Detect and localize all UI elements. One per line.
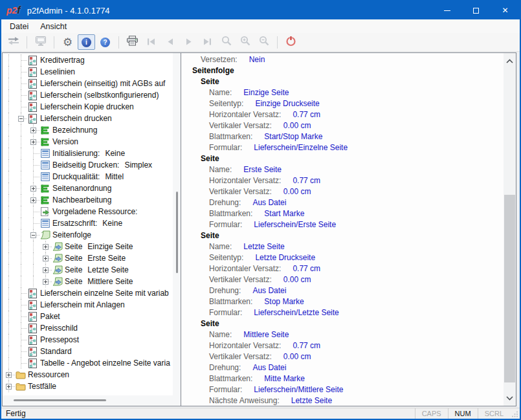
tree-guide-line [3,229,15,241]
maximize-button[interactable] [461,1,491,19]
expand-plus-icon[interactable] [6,372,12,378]
detail-section-header: Seite [181,153,504,164]
scroll-up-button[interactable] [504,55,516,67]
expand-plus-icon[interactable] [43,256,49,261]
details-scrollbar[interactable] [504,53,516,406]
tree-item[interactable]: Lieferschein einzelne Seite mit variab [3,287,173,299]
tree-item[interactable]: Druckqualität:Mittel [3,171,173,182]
tree-connector [39,241,52,252]
detail-property-label: Vertikaler Versatz: [209,187,272,196]
tree-connector [15,287,27,299]
tree-guide-line [15,171,27,182]
tree-item[interactable]: Lieferschein mit Anlagen [3,299,173,311]
tree-item[interactable]: Seitenfolge [3,229,173,241]
tree-item[interactable]: Initialisierung:Keine [3,148,173,159]
tree-item[interactable]: SeiteLetzte Seite [3,264,173,276]
settings-button[interactable]: ⚙ [59,34,76,50]
detail-property-value: Nein [249,55,265,64]
collapse-minus-icon[interactable] [18,116,24,122]
menu-datei[interactable]: Datei [4,21,34,32]
detail-property-value: Letzte Seite [291,396,332,405]
expand-plus-icon[interactable] [6,384,12,390]
detail-property-label: Horizontaler Versatz: [209,176,281,185]
tree-guide-line [3,194,15,206]
tree-connector [39,252,52,264]
zoom-button [217,34,235,50]
toolbar-separator [54,36,54,49]
tree-item[interactable]: Ressourcen [3,369,173,381]
tree-connector [27,217,39,229]
tree-guide-line [15,159,27,171]
tree-item[interactable]: Testfälle [3,381,173,392]
expand-plus-icon[interactable] [30,139,36,145]
tree-item-value: Mittel [105,172,124,181]
print-job-icon [27,102,38,112]
tree-horizontal-scrollbar[interactable] [3,395,181,406]
tree-item[interactable]: SeiteEinzige Seite [3,241,173,252]
print-job-icon [27,67,38,77]
transfer-arrows-button [5,34,22,50]
tree-item[interactable]: Version [3,136,173,148]
tree-item[interactable]: Pressepost [3,334,173,346]
detail-property-value: 0.77 cm [293,341,320,350]
tree-item[interactable]: Preisschild [3,322,173,334]
zoom-icon [221,36,232,49]
tree-item[interactable]: Leselinien [3,66,173,78]
tree-item[interactable]: Paket [3,311,173,322]
tree-vertical-scrollbar[interactable] [173,53,181,395]
tree-item[interactable]: Beidseitig Drucken:Simplex [3,159,173,171]
help-button[interactable]: ? [96,34,114,50]
tree-item[interactable]: Lieferschein drucken [3,113,173,124]
expand-plus-icon[interactable] [43,244,49,250]
detail-property-row: Versetzen:Nein [181,54,504,65]
tree-item[interactable]: Nachbearbeitung [3,194,173,206]
tree-item[interactable]: Bezeichnung [3,124,173,136]
detail-property-value: Aus Datei [252,198,286,207]
caps-indicator: CAPS [415,408,448,419]
expand-plus-icon[interactable] [30,197,36,203]
minimize-button[interactable] [432,1,461,19]
detail-property-label: Horizontaler Versatz: [209,341,281,350]
scroll-down-button[interactable] [504,392,516,404]
detail-property-value: Lieferschein/Letzte Seite [254,308,338,317]
expand-plus-icon[interactable] [30,127,36,133]
tree-item[interactable]: SeiteMittlere Seite [3,276,173,287]
tree-item[interactable]: SeiteErste Seite [3,252,173,264]
tree-item[interactable]: Ersatzschrift:Keine [3,217,173,229]
tree-item[interactable]: Lieferschein (einseitig) mit AGBs auf [3,78,173,89]
resize-grip[interactable] [510,408,520,419]
tree-guide-line [3,252,15,264]
expand-plus-icon[interactable] [43,279,49,285]
tree-item[interactable]: Seitenanordnung [3,182,173,194]
tree-vertical-scrollbar-thumb[interactable] [176,192,178,273]
details-scrollbar-thumb[interactable] [504,195,515,382]
detail-property-row: Name:Einzige Seite [181,87,504,98]
menu-ansicht[interactable]: Ansicht [34,21,72,32]
tree-item[interactable]: Kreditvertrag [3,54,173,66]
close-button[interactable]: ✕ [491,1,520,19]
print-job-icon [27,335,38,345]
exit-button[interactable] [282,34,300,50]
expand-plus-icon[interactable] [30,186,36,192]
tree-item[interactable]: Tabelle - Angebot einzelne Seite varia [3,357,173,369]
tree-item-label: Tabelle - Angebot einzelne Seite varia [38,359,170,368]
tree-item[interactable]: Standard [3,346,173,357]
print-button[interactable] [124,34,141,50]
tree-item[interactable]: Vorgeladene Ressource: [3,206,173,217]
tree-connector [15,357,27,369]
tree-item-label: Lieferschein drucken [38,114,112,123]
detail-property-label: Blattmarken: [209,132,252,141]
tree-guide-line [3,78,15,89]
detail-property-row: Horizontaler Versatz:0.77 cm [181,175,504,186]
tree-guide-line [3,206,15,217]
tree-item[interactable]: Lieferschein (selbstkonfigurierend) [3,89,173,101]
expand-plus-icon[interactable] [43,267,49,273]
tree-item[interactable]: Lieferschein Kopie drucken [3,101,173,113]
tree-item-label: Beidseitig Drucken: [50,160,119,170]
info-button[interactable]: i [78,34,95,50]
toolbar-separator [27,36,27,49]
tree-item-label: Testfälle [26,382,56,391]
collapse-minus-icon[interactable] [30,232,36,238]
tree-item-value: Erste Seite [87,254,126,263]
tree-horizontal-scrollbar-thumb[interactable] [14,399,106,401]
